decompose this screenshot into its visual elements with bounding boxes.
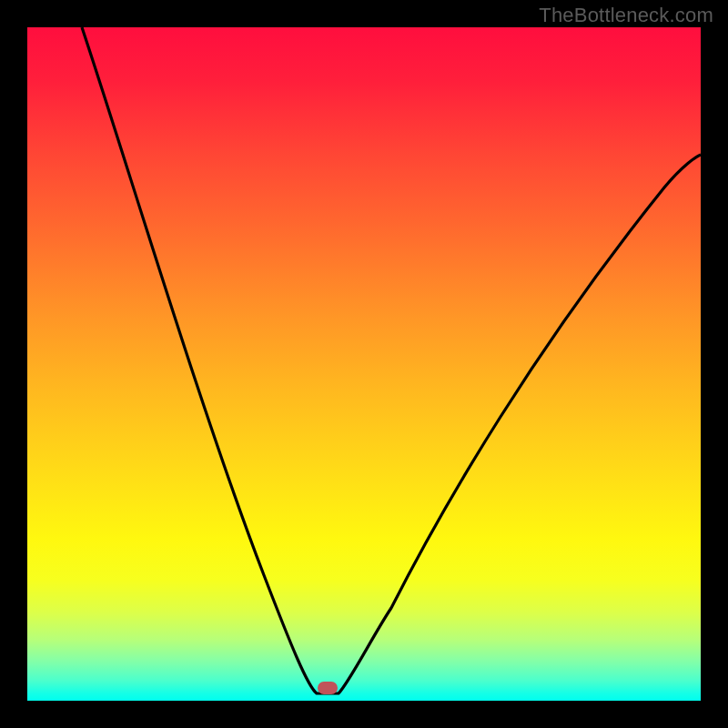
plot-area	[27, 27, 701, 701]
bottleneck-curve-path	[82, 27, 701, 693]
chart-frame: TheBottleneck.com	[0, 0, 728, 728]
curve-svg	[27, 27, 701, 701]
optimum-marker	[318, 682, 338, 694]
watermark-text: TheBottleneck.com	[539, 4, 713, 27]
